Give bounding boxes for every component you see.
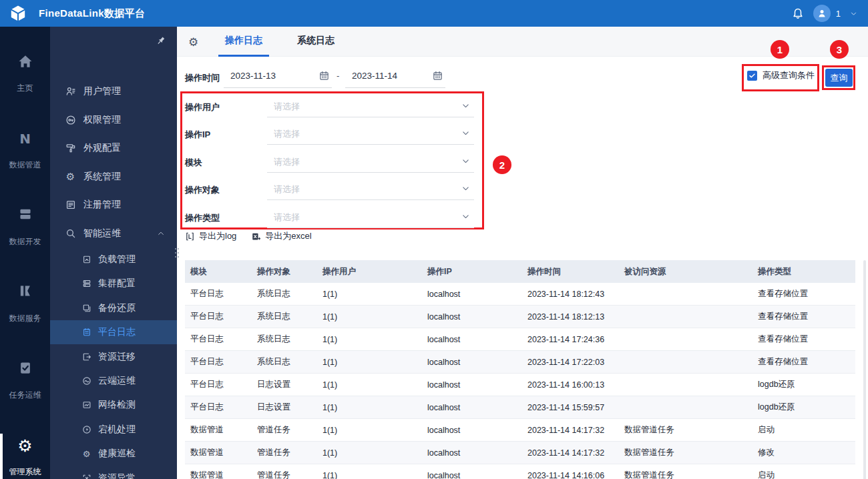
main-content: ⚙ 操作日志 系统日志 操作时间 2023-11-13 - 2023-11-14…	[177, 27, 868, 479]
panel-resize-handle[interactable]	[175, 248, 180, 259]
operate-object-select[interactable]: 请选择	[267, 179, 474, 200]
sidebar-subitem-platform-log[interactable]: 平台日志	[50, 320, 177, 344]
tab-system-log[interactable]: 系统日志	[290, 27, 341, 57]
left-rail: 主页 N 数据管道 数据开发 数据服务 任务运维 ⚙ 管理系统	[0, 27, 50, 479]
col-operate-user: 操作用户	[317, 266, 422, 278]
cell-operate-time: 2023-11-14 17:24:36	[522, 335, 619, 344]
cell-operate-type: 修改	[752, 447, 855, 458]
chevron-down-icon[interactable]	[850, 10, 857, 17]
sidebar-subitem-backup-restore[interactable]: 备份还原	[50, 296, 177, 320]
cell-operate-object: 系统日志	[252, 334, 317, 345]
sidebar-subitem-cluster-config[interactable]: 集群配置	[50, 272, 177, 296]
sidebar-item-smart-ops[interactable]: 智能运维	[50, 219, 177, 248]
rail-item-task-ops[interactable]: 任务运维	[0, 360, 50, 401]
rail-item-data-service[interactable]: 数据服务	[0, 284, 50, 324]
date-from-value: 2023-11-13	[230, 71, 276, 81]
cell-accessed-resource: 数据管道任务	[619, 447, 752, 458]
logo[interactable]	[9, 5, 27, 22]
sidebar-subitem-load-mgmt[interactable]: 负载管理	[50, 248, 177, 272]
notification-bell-icon[interactable]	[792, 7, 804, 19]
smart-ops-magnifier-icon	[65, 228, 76, 239]
operate-type-select[interactable]: 请选择	[267, 207, 474, 228]
cell-operate-object: 管道任务	[252, 447, 317, 458]
cell-module: 平台日志	[185, 311, 252, 322]
col-operate-object: 操作对象	[252, 266, 317, 278]
person-icon	[817, 8, 827, 19]
calendar-icon[interactable]	[433, 71, 443, 81]
filter-label-operate-type: 操作类型	[185, 212, 220, 224]
username: 1	[836, 9, 841, 19]
cell-operate-user: 1(1)	[317, 335, 422, 344]
sidebar-subitem-downtime-handling[interactable]: 宕机处理	[50, 418, 177, 442]
sidebar-subitem-resource-abnormal[interactable]: 资源异常	[50, 466, 177, 479]
annotation-badge-3: 3	[830, 40, 849, 59]
filter-label-module: 模块	[185, 157, 202, 169]
user-avatar[interactable]	[813, 5, 831, 22]
logo-cube-icon	[9, 5, 27, 22]
tab-bar: ⚙ 操作日志 系统日志	[177, 27, 868, 57]
cell-module: 数据管道	[185, 424, 252, 436]
tab-operation-log[interactable]: 操作日志	[218, 27, 269, 57]
annotation-box-advanced-filters: 操作用户 请选择 操作IP 请选择 模块 请选择	[180, 91, 484, 229]
export-excel-button[interactable]: 导出为excel	[251, 230, 311, 242]
table-header-row: 模块 操作对象 操作用户 操作IP 操作时间 被访问资源 操作类型	[185, 260, 855, 283]
filter-label-operate-object: 操作对象	[185, 184, 220, 196]
sidebar-item-user-mgmt[interactable]: 用户管理	[50, 77, 177, 105]
search-button[interactable]: 查询	[825, 69, 853, 87]
gear-icon: ⚙	[65, 171, 76, 183]
sidebar-item-system-mgmt[interactable]: ⚙ 系统管理	[50, 163, 177, 191]
advanced-query-toggle[interactable]: 高级查询条件	[747, 69, 815, 81]
cell-operate-time: 2023-11-14 18:12:43	[522, 290, 619, 299]
checkbox-checked-icon[interactable]	[747, 71, 757, 81]
sidebar-subitem-network-check[interactable]: 网络检测	[50, 393, 177, 417]
filter-label-operate-user: 操作用户	[185, 101, 220, 113]
module-select[interactable]: 请选择	[267, 151, 474, 173]
cloud-ops-icon	[81, 376, 91, 386]
cell-operate-ip: localhost	[422, 312, 522, 322]
pin-icon[interactable]	[156, 35, 166, 46]
date-to-field[interactable]: 2023-11-14	[345, 65, 445, 88]
table-row: 数据管道 管道任务 1(1) localhost 2023-11-14 14:1…	[185, 419, 855, 442]
cell-accessed-resource: 数据管道任务	[619, 424, 752, 436]
cell-operate-time: 2023-11-14 14:17:32	[522, 426, 619, 435]
export-toolbar: 导出为log 导出为excel	[185, 230, 312, 242]
settings-gear-icon[interactable]: ⚙	[188, 35, 198, 49]
chevron-up-icon[interactable]	[157, 229, 165, 237]
app-title: FineDataLink数据平台	[39, 7, 145, 20]
cell-operate-type: 启动	[752, 424, 855, 436]
operate-ip-select[interactable]: 请选择	[267, 123, 474, 145]
export-log-button[interactable]: 导出为log	[185, 230, 236, 242]
rail-item-data-dev[interactable]: 数据开发	[0, 207, 50, 248]
cell-operate-user: 1(1)	[317, 312, 422, 322]
export-excel-icon	[251, 231, 261, 242]
resource-alert-icon	[81, 474, 91, 479]
cell-module: 数据管道	[185, 470, 252, 479]
chevron-down-icon	[461, 129, 470, 137]
table-row: 平台日志 日志设置 1(1) localhost 2023-11-14 15:5…	[185, 396, 855, 419]
sidebar-item-register-mgmt[interactable]: 注册管理	[50, 191, 177, 219]
date-from-field[interactable]: 2023-11-13	[224, 65, 332, 88]
sidebar-item-permission-mgmt[interactable]: 权限管理	[50, 106, 177, 134]
sidebar-subitem-cloud-ops[interactable]: 云端运维	[50, 369, 177, 393]
cell-module: 数据管道	[185, 447, 252, 458]
rail-item-home[interactable]: 主页	[0, 53, 50, 94]
rail-item-data-pipeline[interactable]: N 数据管道	[0, 130, 50, 171]
register-doc-icon	[65, 199, 76, 210]
cell-module: 平台日志	[185, 288, 252, 300]
sidebar-item-appearance[interactable]: 外观配置	[50, 134, 177, 162]
cell-operate-object: 系统日志	[252, 288, 317, 300]
active-rail-indicator	[0, 434, 3, 479]
user-icon	[65, 86, 76, 97]
table-row: 平台日志 系统日志 1(1) localhost 2023-11-14 18:1…	[185, 306, 855, 328]
rail-item-admin-system[interactable]: ⚙ 管理系统	[0, 437, 50, 478]
health-gear-icon: ⚙	[81, 449, 91, 459]
sidebar-subitem-resource-migrate[interactable]: 资源迁移	[50, 345, 177, 369]
downtime-bolt-icon	[81, 425, 91, 434]
operate-user-select[interactable]: 请选择	[267, 96, 474, 117]
calendar-icon[interactable]	[319, 71, 329, 81]
cell-operate-type: 查看存储位置	[752, 311, 855, 322]
cell-operate-type: 启动	[752, 470, 855, 479]
vertical-scrollbar[interactable]	[863, 260, 866, 479]
sidebar-subitem-health-check[interactable]: ⚙ 健康巡检	[50, 442, 177, 466]
col-accessed-resource: 被访问资源	[619, 266, 752, 278]
